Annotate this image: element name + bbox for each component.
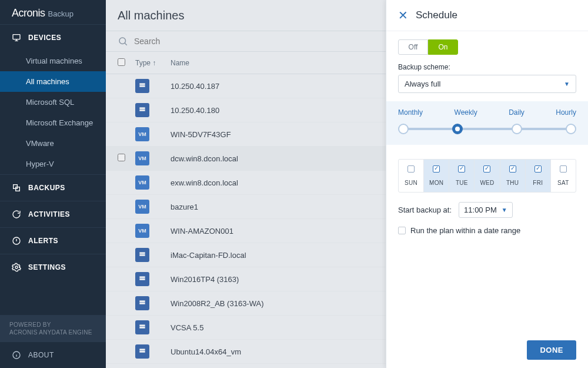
day-fri[interactable]: FRI <box>526 160 551 192</box>
toggle-off[interactable]: Off <box>398 39 428 55</box>
backup-scheme-select[interactable]: Always full ▼ <box>398 75 576 93</box>
nav-devices-label: DEVICES <box>28 34 61 42</box>
toggle-on[interactable]: On <box>428 39 458 55</box>
nav-settings[interactable]: SETTINGS <box>0 254 106 280</box>
sidebar-item-msexchange[interactable]: Microsoft Exchange <box>0 112 106 133</box>
frequency-selector: Monthly Weekly Daily Hourly <box>386 101 588 145</box>
chevron-down-icon: ▼ <box>564 81 570 87</box>
day-tue[interactable]: TUE <box>449 160 475 192</box>
day-label: FRI <box>526 180 550 186</box>
sidebar-item-all-machines[interactable]: All machines <box>0 71 106 92</box>
backups-icon <box>12 183 21 193</box>
svg-rect-0 <box>13 35 20 39</box>
date-range-label: Run the plan within a date range <box>410 226 520 235</box>
sidebar-item-mssql[interactable]: Microsoft SQL <box>0 92 106 112</box>
day-checkbox[interactable] <box>458 165 465 173</box>
freq-hourly[interactable]: Hourly <box>556 108 576 117</box>
schedule-toggle[interactable]: Off On <box>398 39 458 55</box>
date-range-checkbox[interactable] <box>398 227 406 234</box>
nav-activities[interactable]: ACTIVITIES <box>0 201 106 227</box>
nav-backups-label: BACKUPS <box>28 184 65 192</box>
start-backup-row: Start backup at: 11:00 PM ▼ <box>398 202 576 218</box>
day-label: SAT <box>551 180 576 186</box>
logo-sub: Backup <box>48 9 74 18</box>
day-wed[interactable]: WED <box>475 160 500 192</box>
backup-scheme-value: Always full <box>405 79 440 88</box>
day-label: MON <box>424 180 449 186</box>
backup-scheme-label: Backup scheme: <box>398 63 576 71</box>
day-checkbox[interactable] <box>483 165 490 173</box>
day-sat[interactable]: SAT <box>551 160 576 192</box>
close-icon[interactable]: ✕ <box>398 8 409 22</box>
panel-header: ✕ Schedule <box>386 0 588 31</box>
devices-icon <box>12 33 21 42</box>
nav-alerts-label: ALERTS <box>28 237 58 245</box>
day-checkbox[interactable] <box>509 165 516 173</box>
logo-main: Acronis <box>12 7 45 19</box>
nav-backups[interactable]: BACKUPS <box>0 175 106 201</box>
done-button[interactable]: DONE <box>527 340 576 360</box>
day-thu[interactable]: THU <box>500 160 526 192</box>
freq-monthly[interactable]: Monthly <box>398 108 423 117</box>
day-label: WED <box>475 180 499 186</box>
sidebar-item-virtual-machines[interactable]: Virtual machines <box>0 51 106 71</box>
sidebar: Acronis Backup DEVICES Virtual machines … <box>0 0 106 368</box>
freq-weekly[interactable]: Weekly <box>455 108 477 117</box>
sidebar-item-hyperv[interactable]: Hyper-V <box>0 154 106 174</box>
nav-activities-label: ACTIVITIES <box>28 210 70 218</box>
start-backup-label: Start backup at: <box>398 205 452 214</box>
day-checkbox[interactable] <box>560 165 567 173</box>
day-checkbox[interactable] <box>407 165 415 173</box>
day-checkbox[interactable] <box>433 165 440 173</box>
weekday-selector: SUNMONTUEWEDTHUFRISAT <box>398 159 576 193</box>
about-icon <box>12 350 21 360</box>
day-label: SUN <box>399 180 423 186</box>
frequency-slider[interactable] <box>398 122 576 134</box>
day-label: TUE <box>449 180 474 186</box>
panel-title: Schedule <box>416 9 457 21</box>
nav-alerts[interactable]: ALERTS <box>0 228 106 254</box>
nav-about-label: ABOUT <box>28 351 54 359</box>
alerts-icon <box>12 236 21 246</box>
date-range-option[interactable]: Run the plan within a date range <box>398 226 576 235</box>
activities-icon <box>12 210 21 219</box>
day-mon[interactable]: MON <box>424 160 449 192</box>
schedule-panel: ✕ Schedule Off On Backup scheme: Always … <box>386 0 588 368</box>
nav-settings-label: SETTINGS <box>28 263 66 271</box>
powered-by: POWERED BY ACRONIS ANYDATA ENGINE <box>0 315 106 342</box>
logo: Acronis Backup <box>0 0 106 24</box>
freq-daily[interactable]: Daily <box>509 108 524 117</box>
day-checkbox[interactable] <box>534 165 542 173</box>
sidebar-item-vmware[interactable]: VMware <box>0 133 106 154</box>
nav-about[interactable]: ABOUT <box>0 342 106 368</box>
day-sun[interactable]: SUN <box>399 160 424 192</box>
start-time-select[interactable]: 11:00 PM ▼ <box>459 202 513 218</box>
settings-icon <box>12 263 21 272</box>
start-time-value: 11:00 PM <box>464 205 497 214</box>
day-label: THU <box>500 180 525 186</box>
svg-point-4 <box>15 266 18 268</box>
chevron-down-icon: ▼ <box>502 207 507 213</box>
nav-devices[interactable]: DEVICES <box>0 25 106 51</box>
